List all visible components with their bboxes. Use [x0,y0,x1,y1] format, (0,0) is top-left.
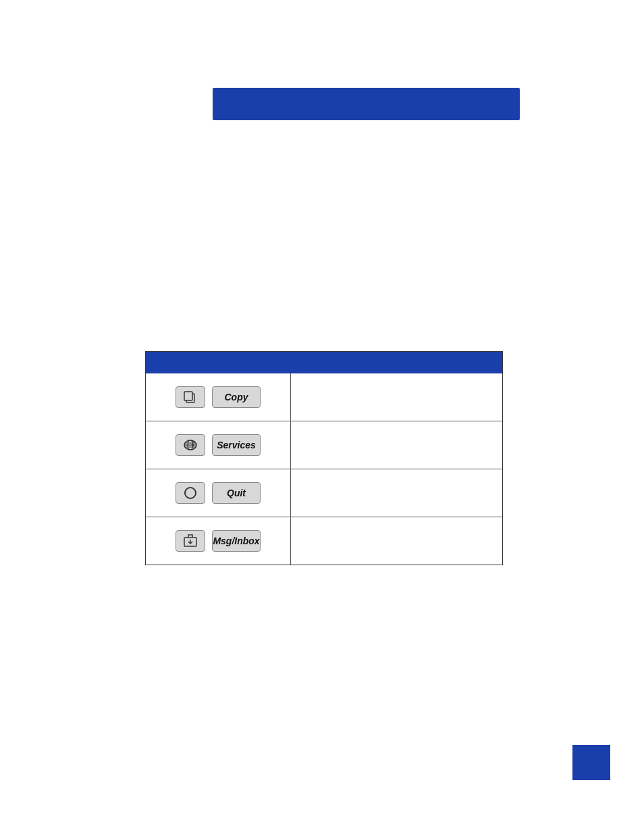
quit-button[interactable]: Quit [212,482,261,504]
quit-icon-button[interactable] [176,482,205,504]
services-icon-button[interactable] [176,434,205,456]
msginbox-icon-button[interactable] [176,530,205,552]
quit-description [291,469,502,517]
corner-blue-box [572,745,610,780]
copy-icon-button[interactable] [176,386,205,408]
function-table: Copy Services [145,351,503,565]
svg-rect-1 [184,392,192,400]
services-cell: Services [146,421,291,469]
msginbox-button[interactable]: Msg/Inbox [212,530,261,552]
table-row-msginbox: Msg/Inbox [146,517,502,565]
msginbox-icon [183,534,198,548]
msginbox-cell: Msg/Inbox [146,517,291,565]
table-row-services: Services [146,421,502,469]
quit-icon [184,486,197,500]
header-blue-bar [213,88,520,120]
table-header [146,352,502,373]
quit-cell: Quit [146,469,291,517]
copy-description [291,373,502,421]
msginbox-description [291,517,502,565]
table-row-quit: Quit [146,469,502,517]
services-description [291,421,502,469]
copy-cell: Copy [146,373,291,421]
copy-icon [183,390,198,404]
services-icon [182,438,198,452]
table-row-copy: Copy [146,373,502,421]
svg-point-5 [185,488,196,498]
copy-button[interactable]: Copy [212,386,261,408]
services-button[interactable]: Services [212,434,261,456]
